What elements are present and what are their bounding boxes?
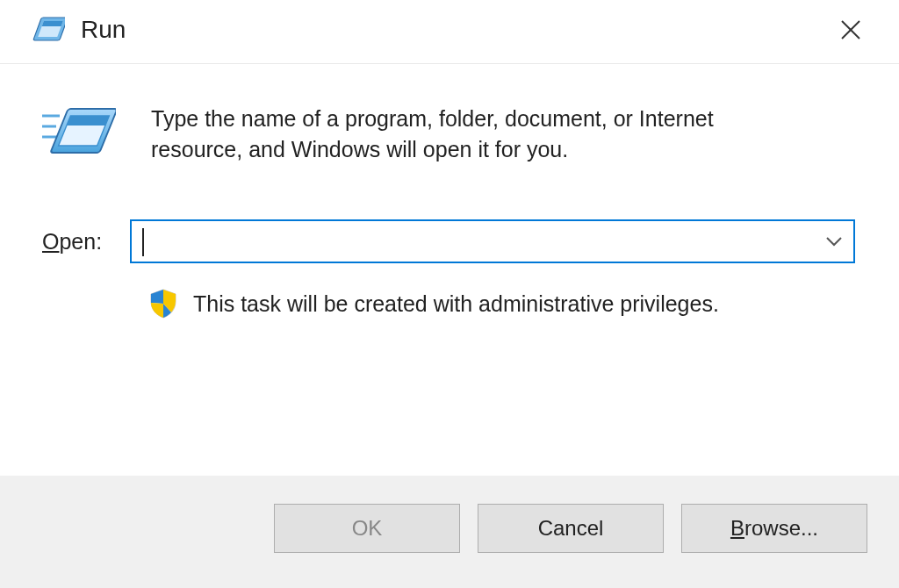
window-title: Run — [81, 16, 126, 44]
browse-button[interactable]: Browse... — [681, 504, 867, 553]
run-large-icon — [42, 104, 116, 161]
shield-icon — [147, 288, 179, 319]
run-small-icon — [30, 16, 65, 44]
open-input[interactable] — [132, 221, 815, 262]
chevron-down-icon[interactable] — [815, 236, 853, 247]
open-row: Open: — [42, 219, 855, 263]
svg-rect-2 — [42, 21, 63, 26]
title-left: Run — [30, 16, 126, 44]
ok-button[interactable]: OK — [274, 504, 460, 553]
cancel-button[interactable]: Cancel — [478, 504, 664, 553]
titlebar: Run — [0, 0, 899, 64]
description-text: Type the name of a program, folder, docu… — [151, 104, 801, 165]
content-area: Type the name of a program, folder, docu… — [0, 64, 899, 476]
svg-rect-10 — [67, 116, 109, 125]
description-row: Type the name of a program, folder, docu… — [42, 104, 855, 165]
open-label: Open: — [42, 229, 111, 255]
run-dialog: Run — [0, 0, 899, 588]
admin-notice-row: This task will be created with administr… — [147, 288, 855, 319]
text-caret — [142, 228, 144, 256]
close-button[interactable] — [829, 12, 873, 47]
admin-notice-text: This task will be created with administr… — [193, 291, 719, 317]
open-combobox[interactable] — [130, 219, 855, 263]
button-bar: OK Cancel Browse... — [0, 476, 899, 588]
